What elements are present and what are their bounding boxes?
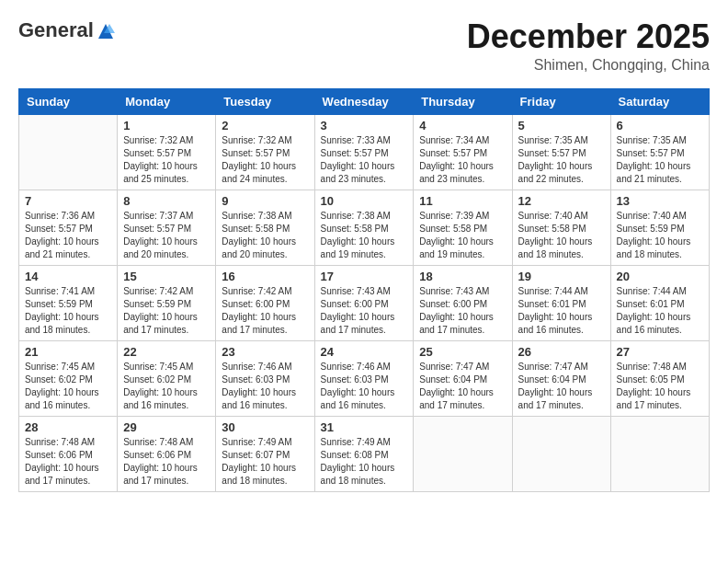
day-number: 1 xyxy=(123,119,210,132)
col-header-saturday: Saturday xyxy=(610,88,709,114)
calendar-cell: 21Sunrise: 7:45 AM Sunset: 6:02 PM Dayli… xyxy=(19,340,118,416)
day-number: 16 xyxy=(222,270,308,283)
col-header-monday: Monday xyxy=(118,88,216,114)
day-number: 30 xyxy=(222,420,308,434)
calendar-cell xyxy=(414,416,512,491)
calendar-cell: 31Sunrise: 7:49 AM Sunset: 6:08 PM Dayli… xyxy=(314,416,414,491)
day-info: Sunrise: 7:49 AM Sunset: 6:07 PM Dayligh… xyxy=(222,436,308,488)
day-number: 25 xyxy=(419,345,506,359)
calendar-cell: 6Sunrise: 7:35 AM Sunset: 5:57 PM Daylig… xyxy=(610,114,709,190)
day-info: Sunrise: 7:47 AM Sunset: 6:04 PM Dayligh… xyxy=(419,361,506,412)
month-title: December 2025 xyxy=(467,18,710,55)
day-number: 2 xyxy=(222,119,308,132)
day-number: 20 xyxy=(617,270,703,283)
day-number: 12 xyxy=(518,194,605,208)
location-title: Shimen, Chongqing, China xyxy=(467,57,710,74)
week-row-2: 7Sunrise: 7:36 AM Sunset: 5:57 PM Daylig… xyxy=(19,190,710,265)
day-number: 21 xyxy=(25,345,111,359)
calendar-cell: 12Sunrise: 7:40 AM Sunset: 5:58 PM Dayli… xyxy=(512,190,610,265)
day-number: 8 xyxy=(123,194,210,208)
day-info: Sunrise: 7:46 AM Sunset: 6:03 PM Dayligh… xyxy=(321,361,408,412)
day-info: Sunrise: 7:45 AM Sunset: 6:02 PM Dayligh… xyxy=(25,361,111,412)
calendar-cell: 10Sunrise: 7:38 AM Sunset: 5:58 PM Dayli… xyxy=(314,190,414,265)
calendar-cell: 7Sunrise: 7:36 AM Sunset: 5:57 PM Daylig… xyxy=(19,190,118,265)
calendar-cell: 22Sunrise: 7:45 AM Sunset: 6:02 PM Dayli… xyxy=(118,340,216,416)
day-info: Sunrise: 7:39 AM Sunset: 5:58 PM Dayligh… xyxy=(419,210,506,261)
day-info: Sunrise: 7:42 AM Sunset: 5:59 PM Dayligh… xyxy=(123,285,210,337)
day-number: 7 xyxy=(25,194,111,208)
day-info: Sunrise: 7:33 AM Sunset: 5:57 PM Dayligh… xyxy=(321,134,408,186)
day-info: Sunrise: 7:40 AM Sunset: 5:58 PM Dayligh… xyxy=(518,210,605,261)
calendar-cell: 9Sunrise: 7:38 AM Sunset: 5:58 PM Daylig… xyxy=(216,190,314,265)
day-number: 6 xyxy=(617,119,703,132)
calendar-cell: 4Sunrise: 7:34 AM Sunset: 5:57 PM Daylig… xyxy=(414,114,512,190)
calendar-cell xyxy=(610,416,709,491)
day-number: 14 xyxy=(25,270,111,283)
day-info: Sunrise: 7:49 AM Sunset: 6:08 PM Dayligh… xyxy=(321,436,408,488)
calendar-cell: 19Sunrise: 7:44 AM Sunset: 6:01 PM Dayli… xyxy=(512,265,610,340)
col-header-thursday: Thursday xyxy=(414,88,512,114)
calendar-header-row: SundayMondayTuesdayWednesdayThursdayFrid… xyxy=(19,88,710,114)
calendar-cell: 18Sunrise: 7:43 AM Sunset: 6:00 PM Dayli… xyxy=(414,265,512,340)
day-info: Sunrise: 7:46 AM Sunset: 6:03 PM Dayligh… xyxy=(222,361,308,412)
day-number: 29 xyxy=(123,420,210,434)
calendar-cell: 5Sunrise: 7:35 AM Sunset: 5:57 PM Daylig… xyxy=(512,114,610,190)
week-row-1: 1Sunrise: 7:32 AM Sunset: 5:57 PM Daylig… xyxy=(19,114,710,190)
day-info: Sunrise: 7:48 AM Sunset: 6:06 PM Dayligh… xyxy=(25,436,111,488)
calendar-table: SundayMondayTuesdayWednesdayThursdayFrid… xyxy=(18,88,710,492)
day-info: Sunrise: 7:42 AM Sunset: 6:00 PM Dayligh… xyxy=(222,285,308,337)
day-info: Sunrise: 7:37 AM Sunset: 5:57 PM Dayligh… xyxy=(123,210,210,261)
calendar-cell: 29Sunrise: 7:48 AM Sunset: 6:06 PM Dayli… xyxy=(118,416,216,491)
logo: General xyxy=(18,18,115,42)
day-number: 11 xyxy=(419,194,506,208)
day-info: Sunrise: 7:41 AM Sunset: 5:59 PM Dayligh… xyxy=(25,285,111,337)
col-header-wednesday: Wednesday xyxy=(314,88,414,114)
day-number: 5 xyxy=(518,119,605,132)
day-number: 9 xyxy=(222,194,308,208)
day-number: 31 xyxy=(321,420,408,434)
calendar-cell: 24Sunrise: 7:46 AM Sunset: 6:03 PM Dayli… xyxy=(314,340,414,416)
day-info: Sunrise: 7:43 AM Sunset: 6:00 PM Dayligh… xyxy=(321,285,408,337)
calendar-cell: 20Sunrise: 7:44 AM Sunset: 6:01 PM Dayli… xyxy=(610,265,709,340)
day-info: Sunrise: 7:34 AM Sunset: 5:57 PM Dayligh… xyxy=(419,134,506,186)
calendar-cell: 14Sunrise: 7:41 AM Sunset: 5:59 PM Dayli… xyxy=(19,265,118,340)
day-number: 19 xyxy=(518,270,605,283)
col-header-tuesday: Tuesday xyxy=(216,88,314,114)
day-info: Sunrise: 7:43 AM Sunset: 6:00 PM Dayligh… xyxy=(419,285,506,337)
day-info: Sunrise: 7:38 AM Sunset: 5:58 PM Dayligh… xyxy=(222,210,308,261)
col-header-friday: Friday xyxy=(512,88,610,114)
calendar-cell: 26Sunrise: 7:47 AM Sunset: 6:04 PM Dayli… xyxy=(512,340,610,416)
title-block: December 2025 Shimen, Chongqing, China xyxy=(467,18,710,74)
calendar-cell: 27Sunrise: 7:48 AM Sunset: 6:05 PM Dayli… xyxy=(610,340,709,416)
week-row-4: 21Sunrise: 7:45 AM Sunset: 6:02 PM Dayli… xyxy=(19,340,710,416)
calendar-cell: 23Sunrise: 7:46 AM Sunset: 6:03 PM Dayli… xyxy=(216,340,314,416)
day-info: Sunrise: 7:48 AM Sunset: 6:05 PM Dayligh… xyxy=(617,361,703,412)
day-number: 13 xyxy=(617,194,703,208)
day-info: Sunrise: 7:45 AM Sunset: 6:02 PM Dayligh… xyxy=(123,361,210,412)
week-row-3: 14Sunrise: 7:41 AM Sunset: 5:59 PM Dayli… xyxy=(19,265,710,340)
day-number: 4 xyxy=(419,119,506,132)
day-info: Sunrise: 7:44 AM Sunset: 6:01 PM Dayligh… xyxy=(617,285,703,337)
day-number: 23 xyxy=(222,345,308,359)
day-info: Sunrise: 7:44 AM Sunset: 6:01 PM Dayligh… xyxy=(518,285,605,337)
calendar-cell: 25Sunrise: 7:47 AM Sunset: 6:04 PM Dayli… xyxy=(414,340,512,416)
day-info: Sunrise: 7:35 AM Sunset: 5:57 PM Dayligh… xyxy=(518,134,605,186)
logo-general-text: General xyxy=(18,18,94,42)
day-number: 3 xyxy=(321,119,408,132)
calendar-cell: 17Sunrise: 7:43 AM Sunset: 6:00 PM Dayli… xyxy=(314,265,414,340)
day-number: 15 xyxy=(123,270,210,283)
day-number: 27 xyxy=(617,345,703,359)
day-info: Sunrise: 7:32 AM Sunset: 5:57 PM Dayligh… xyxy=(123,134,210,186)
calendar-cell xyxy=(512,416,610,491)
day-number: 10 xyxy=(321,194,408,208)
calendar-cell: 11Sunrise: 7:39 AM Sunset: 5:58 PM Dayli… xyxy=(414,190,512,265)
page-header: General December 2025 Shimen, Chongqing,… xyxy=(18,18,710,74)
day-info: Sunrise: 7:32 AM Sunset: 5:57 PM Dayligh… xyxy=(222,134,308,186)
calendar-cell: 2Sunrise: 7:32 AM Sunset: 5:57 PM Daylig… xyxy=(216,114,314,190)
day-info: Sunrise: 7:48 AM Sunset: 6:06 PM Dayligh… xyxy=(123,436,210,488)
day-number: 22 xyxy=(123,345,210,359)
logo-blue-text xyxy=(96,18,115,42)
day-info: Sunrise: 7:35 AM Sunset: 5:57 PM Dayligh… xyxy=(617,134,703,186)
day-info: Sunrise: 7:36 AM Sunset: 5:57 PM Dayligh… xyxy=(25,210,111,261)
calendar-cell: 8Sunrise: 7:37 AM Sunset: 5:57 PM Daylig… xyxy=(118,190,216,265)
